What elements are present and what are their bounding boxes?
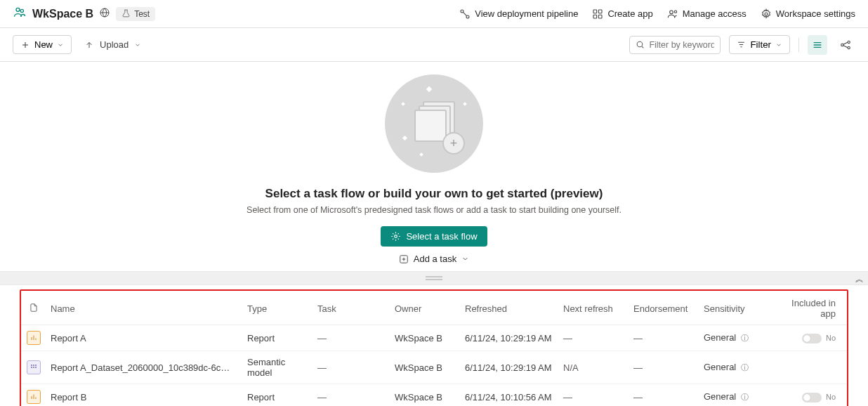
row-refreshed-cell: 6/11/24, 10:29:19 AM <box>461 325 559 351</box>
row-type-cell: Report <box>243 384 313 407</box>
header-left: WkSpace B Test <box>13 6 155 22</box>
select-task-flow-button[interactable]: Select a task flow <box>381 226 487 247</box>
row-task-cell: — <box>313 351 390 384</box>
svg-point-19 <box>33 365 34 366</box>
create-app-link[interactable]: Create app <box>592 8 652 20</box>
row-icon-cell <box>21 351 46 384</box>
included-toggle[interactable] <box>802 393 822 402</box>
col-endorsement-header[interactable]: Endorsement <box>629 292 699 325</box>
col-task-header[interactable]: Task <box>313 292 390 325</box>
plus-icon: + <box>442 132 465 155</box>
row-owner-cell: WkSpace B <box>390 325 461 351</box>
manage-access-label: Manage access <box>683 8 747 19</box>
svg-point-18 <box>31 365 32 366</box>
row-sensitivity-cell: General ⓘ <box>699 351 770 384</box>
svg-rect-6 <box>599 10 603 13</box>
filter-icon <box>737 40 746 49</box>
search-icon <box>636 40 645 49</box>
new-button[interactable]: New <box>13 35 72 54</box>
svg-point-16 <box>395 235 397 238</box>
row-icon-cell <box>21 325 46 351</box>
select-task-flow-label: Select a task flow <box>406 231 477 242</box>
items-table: Name Type Task Owner Refreshed Next refr… <box>21 292 847 406</box>
col-refreshed-header[interactable]: Refreshed <box>461 292 559 325</box>
row-icon-cell <box>21 384 46 407</box>
view-pipeline-label: View deployment pipeline <box>475 8 578 19</box>
svg-point-3 <box>461 10 463 13</box>
row-owner-cell: WkSpace B <box>390 384 461 407</box>
row-name-cell[interactable]: Report A <box>46 325 243 351</box>
add-task-label: Add a task <box>414 254 456 264</box>
table-header-row: Name Type Task Owner Refreshed Next refr… <box>21 292 847 325</box>
list-view-button[interactable] <box>808 35 827 55</box>
svg-point-12 <box>638 41 643 47</box>
task-flow-hero: + Select a task flow or build your own t… <box>0 62 868 271</box>
col-owner-header[interactable]: Owner <box>390 292 461 325</box>
svg-rect-7 <box>593 15 597 18</box>
filter-label: Filter <box>750 39 771 50</box>
row-nextrefresh-cell: — <box>559 325 629 351</box>
svg-point-14 <box>848 41 850 43</box>
semantic-model-icon <box>27 360 41 374</box>
col-name-header[interactable]: Name <box>46 292 243 325</box>
row-nextrefresh-cell: N/A <box>559 351 629 384</box>
upload-label: Upload <box>100 39 129 50</box>
row-type-cell: Report <box>243 325 313 351</box>
upload-button[interactable]: Upload <box>84 39 141 50</box>
file-icon <box>29 303 39 313</box>
svg-point-20 <box>35 365 37 366</box>
svg-point-23 <box>35 367 37 368</box>
manage-access-link[interactable]: Manage access <box>667 8 747 20</box>
report-icon <box>27 390 41 404</box>
add-task-button[interactable]: Add a task <box>399 254 469 264</box>
row-name-cell[interactable]: Report A_Dataset_2060000_10c389dc-6c27-e… <box>46 351 243 384</box>
row-refreshed-cell: 6/11/24, 10:29:19 AM <box>461 351 559 384</box>
hero-title: Select a task flow or build your own to … <box>265 187 603 201</box>
row-sensitivity-cell: General ⓘ <box>699 384 770 407</box>
lineage-view-button[interactable] <box>836 35 855 55</box>
globe-icon <box>99 7 110 20</box>
items-table-highlight: Name Type Task Owner Refreshed Next refr… <box>20 289 848 406</box>
chevron-down-icon <box>461 255 469 263</box>
toolbar-right: Filter <box>629 35 855 55</box>
row-nextrefresh-cell: — <box>559 384 629 407</box>
col-included-header[interactable]: Included in app <box>770 292 847 325</box>
col-icon-header <box>21 292 46 325</box>
col-type-header[interactable]: Type <box>243 292 313 325</box>
col-nextrefresh-header[interactable]: Next refresh <box>559 292 629 325</box>
row-owner-cell: WkSpace B <box>390 351 461 384</box>
info-icon: ⓘ <box>741 334 749 342</box>
svg-point-0 <box>16 8 20 11</box>
toolbar-left: New Upload <box>13 35 141 54</box>
chevron-down-icon <box>134 41 141 48</box>
view-pipeline-link[interactable]: View deployment pipeline <box>459 8 578 20</box>
filter-button[interactable]: Filter <box>729 35 790 54</box>
row-name-cell[interactable]: Report B <box>46 384 243 407</box>
workspace-settings-link[interactable]: Workspace settings <box>761 8 855 20</box>
create-app-label: Create app <box>607 8 652 19</box>
search-input[interactable] <box>649 40 714 50</box>
collapse-chevron-icon[interactable]: ︽ <box>855 273 864 285</box>
row-included-cell <box>770 351 847 384</box>
row-sensitivity-cell: General ⓘ <box>699 325 770 351</box>
row-task-cell: — <box>313 384 390 407</box>
search-input-wrap[interactable] <box>629 36 721 54</box>
col-sensitivity-header[interactable]: Sensitivity <box>699 292 770 325</box>
svg-point-21 <box>31 367 32 368</box>
svg-point-15 <box>848 46 850 48</box>
table-row[interactable]: Report BReport—WkSpace B6/11/24, 10:10:5… <box>21 384 847 407</box>
test-badge: Test <box>116 7 155 21</box>
svg-point-22 <box>33 367 34 368</box>
table-row[interactable]: Report A_Dataset_2060000_10c389dc-6c27-e… <box>21 351 847 384</box>
add-box-icon <box>399 254 409 264</box>
svg-point-11 <box>765 13 768 15</box>
included-toggle[interactable] <box>802 334 822 343</box>
included-toggle-label: No <box>826 393 836 401</box>
splitter-handle[interactable]: ︽ <box>0 271 868 285</box>
info-icon: ⓘ <box>741 393 749 401</box>
workspace-settings-label: Workspace settings <box>776 8 855 19</box>
table-row[interactable]: Report AReport—WkSpace B6/11/24, 10:29:1… <box>21 325 847 351</box>
divider <box>798 38 799 52</box>
test-badge-label: Test <box>134 9 150 19</box>
svg-point-1 <box>20 9 23 12</box>
